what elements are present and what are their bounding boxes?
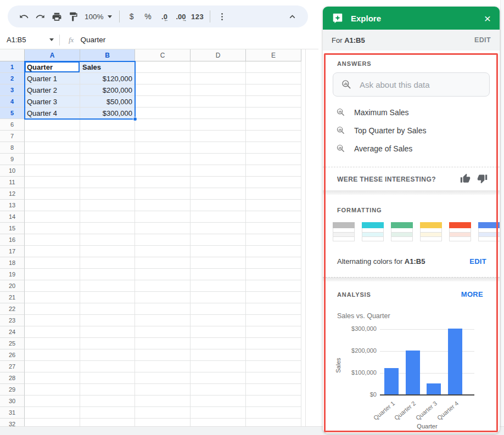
- cell-D30[interactable]: [191, 396, 246, 407]
- cell-E5[interactable]: [246, 108, 301, 119]
- cell-D25[interactable]: [191, 338, 246, 349]
- zoom-selector[interactable]: 100%: [81, 8, 115, 25]
- print-button[interactable]: [48, 8, 65, 25]
- row-header-8[interactable]: 8: [0, 142, 25, 154]
- cell-B7[interactable]: [80, 131, 135, 142]
- row-header-24[interactable]: 24: [0, 326, 25, 338]
- cell-B29[interactable]: [80, 384, 135, 396]
- cell-C8[interactable]: [135, 142, 191, 154]
- cell-E20[interactable]: [246, 280, 301, 292]
- cell-B18[interactable]: [80, 257, 135, 269]
- cell-E18[interactable]: [246, 257, 301, 269]
- row-header-15[interactable]: 15: [0, 223, 25, 234]
- cell-B22[interactable]: [80, 303, 135, 315]
- cell-D31[interactable]: [191, 407, 246, 419]
- cell-E14[interactable]: [246, 211, 301, 223]
- cell-B21[interactable]: [80, 292, 135, 303]
- cell-C5[interactable]: [135, 108, 191, 119]
- cell-A22[interactable]: [25, 303, 80, 315]
- thumbs-down-button[interactable]: [477, 173, 488, 185]
- cell-D12[interactable]: [191, 188, 246, 200]
- row-header-23[interactable]: 23: [0, 315, 25, 326]
- row-header-14[interactable]: 14: [0, 211, 25, 223]
- cell-E15[interactable]: [246, 223, 301, 234]
- cell-A11[interactable]: [25, 177, 80, 188]
- row-header-32[interactable]: 32: [0, 419, 25, 426]
- cell-B8[interactable]: [80, 142, 135, 154]
- cell-D22[interactable]: [191, 303, 246, 315]
- cell-A6[interactable]: [25, 119, 80, 131]
- cell-B31[interactable]: [80, 407, 135, 419]
- cell-C27[interactable]: [135, 361, 191, 372]
- cell-E26[interactable]: [246, 349, 301, 361]
- cell-B32[interactable]: [80, 419, 135, 426]
- cell-E19[interactable]: [246, 269, 301, 280]
- cell-A29[interactable]: [25, 384, 80, 396]
- row-header-13[interactable]: 13: [0, 200, 25, 211]
- row-header-16[interactable]: 16: [0, 234, 25, 246]
- cell-B9[interactable]: [80, 154, 135, 165]
- cell-A14[interactable]: [25, 211, 80, 223]
- cell-E4[interactable]: [246, 96, 301, 108]
- cell-A1[interactable]: Quarter: [25, 61, 80, 73]
- cell-B13[interactable]: [80, 200, 135, 211]
- cell-E28[interactable]: [246, 372, 301, 384]
- cell-B28[interactable]: [80, 372, 135, 384]
- cell-D4[interactable]: [191, 96, 246, 108]
- cell-C6[interactable]: [135, 119, 191, 131]
- row-header-27[interactable]: 27: [0, 361, 25, 372]
- cell-B12[interactable]: [80, 188, 135, 200]
- cell-E7[interactable]: [246, 131, 301, 142]
- select-all-corner[interactable]: [0, 49, 25, 61]
- cell-C15[interactable]: [135, 223, 191, 234]
- row-header-5[interactable]: 5: [0, 108, 25, 119]
- cell-D5[interactable]: [191, 108, 246, 119]
- cell-E23[interactable]: [246, 315, 301, 326]
- cell-C3[interactable]: [135, 84, 191, 96]
- suggestion-item-2[interactable]: Top Quarter by Sales: [336, 121, 490, 139]
- cell-C7[interactable]: [135, 131, 191, 142]
- ask-data-input[interactable]: [360, 80, 481, 89]
- cell-A12[interactable]: [25, 188, 80, 200]
- cell-D18[interactable]: [191, 257, 246, 269]
- formula-input[interactable]: Quarter: [80, 36, 105, 44]
- cell-E1[interactable]: [246, 61, 301, 73]
- cell-B14[interactable]: [80, 211, 135, 223]
- cell-D10[interactable]: [191, 165, 246, 177]
- cell-A21[interactable]: [25, 292, 80, 303]
- column-header-e[interactable]: E: [246, 49, 301, 61]
- cell-A8[interactable]: [25, 142, 80, 154]
- cell-C17[interactable]: [135, 246, 191, 257]
- cell-B23[interactable]: [80, 315, 135, 326]
- cell-D19[interactable]: [191, 269, 246, 280]
- cell-A10[interactable]: [25, 165, 80, 177]
- cell-A19[interactable]: [25, 269, 80, 280]
- cell-C19[interactable]: [135, 269, 191, 280]
- fill-handle[interactable]: [133, 117, 137, 121]
- column-header-b[interactable]: B: [80, 49, 135, 61]
- cell-D16[interactable]: [191, 234, 246, 246]
- row-header-3[interactable]: 3: [0, 84, 25, 96]
- cell-C16[interactable]: [135, 234, 191, 246]
- suggestion-item-3[interactable]: Average of Sales: [336, 139, 490, 157]
- cell-A23[interactable]: [25, 315, 80, 326]
- cell-E24[interactable]: [246, 326, 301, 338]
- suggestion-item-1[interactable]: Maximum Sales: [336, 103, 490, 121]
- cell-A26[interactable]: [25, 349, 80, 361]
- cell-C25[interactable]: [135, 338, 191, 349]
- cell-C29[interactable]: [135, 384, 191, 396]
- hide-menus-button[interactable]: [284, 8, 300, 25]
- cell-C13[interactable]: [135, 200, 191, 211]
- cell-D9[interactable]: [191, 154, 246, 165]
- row-header-29[interactable]: 29: [0, 384, 25, 396]
- row-header-26[interactable]: 26: [0, 349, 25, 361]
- cell-C12[interactable]: [135, 188, 191, 200]
- cell-D6[interactable]: [191, 119, 246, 131]
- more-options-button[interactable]: [214, 8, 231, 25]
- row-header-4[interactable]: 4: [0, 96, 25, 108]
- cell-E30[interactable]: [246, 396, 301, 407]
- cell-B11[interactable]: [80, 177, 135, 188]
- cell-D14[interactable]: [191, 211, 246, 223]
- cell-E2[interactable]: [246, 73, 301, 84]
- cell-E17[interactable]: [246, 246, 301, 257]
